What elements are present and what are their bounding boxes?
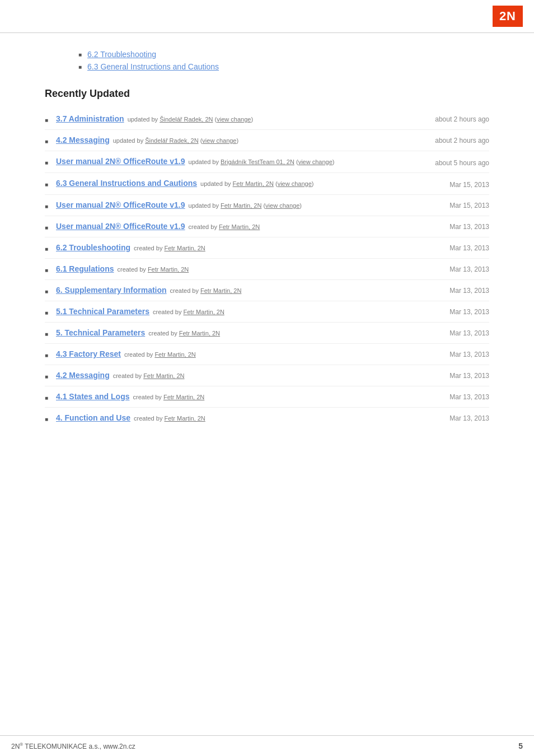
time-below: Mar 15, 2013 [416,181,489,189]
update-item-link[interactable]: 4.3 Factory Reset [56,349,121,358]
author-link[interactable]: Fetr Martin, 2N [219,223,260,230]
update-item-link[interactable]: User manual 2N® OfficeRoute v1.9 [56,222,185,231]
author-link[interactable]: Fetr Martin, 2N [183,309,224,315]
view-change-link[interactable]: view change [265,202,299,209]
list-item: 6.2 Troubleshooting [78,50,489,59]
update-list: 3.7 Administrationupdated by Šindelář Ra… [45,109,489,428]
update-item-time: Mar 13, 2013 [416,222,489,231]
update-item-link[interactable]: 6. Supplementary Information [56,286,167,295]
update-item-meta: created by Fetr Martin, 2N [124,351,196,358]
update-item-link[interactable]: 4.1 States and Logs [56,392,129,401]
update-item-meta: created by Fetr Martin, 2N [134,245,205,251]
view-change-link[interactable]: view change [278,180,312,187]
view-change-link[interactable]: view change [298,158,332,165]
update-item-link[interactable]: 6.2 Troubleshooting [56,243,130,252]
list-item: 6.3 General Instructions and Cautions [78,62,489,71]
list-item: User manual 2N® OfficeRoute v1.9updated … [45,195,489,216]
update-item-link[interactable]: User manual 2N® OfficeRoute v1.9 [56,200,185,209]
list-item: 5.1 Technical Parameterscreated by Fetr … [45,301,489,323]
page-header: 2N [0,0,534,33]
update-item-time: Mar 13, 2013 [416,328,489,337]
page-footer: 2N® TELEKOMUNIKACE a.s., www.2n.cz 5 [0,735,534,756]
update-item-meta: updated by Šindelář Radek, 2N (view chan… [128,116,253,123]
logo: 2N [493,6,523,27]
author-link[interactable]: Fetr Martin, 2N [179,330,220,337]
top-link-general-instructions[interactable]: 6.3 General Instructions and Cautions [87,62,219,71]
update-item-meta: updated by Šindelář Radek, 2N (view chan… [113,137,238,144]
update-item-meta: created by Fetr Martin, 2N [153,309,224,315]
update-item-time: Mar 13, 2013 [416,349,489,358]
list-item: 4.1 States and Logscreated by Fetr Marti… [45,386,489,408]
list-item: 4.3 Factory Resetcreated by Fetr Martin,… [45,344,489,365]
update-item-time: about 2 hours ago [416,114,489,123]
update-item-time: about 2 hours ago [416,136,489,144]
author-link[interactable]: Fetr Martin, 2N [154,351,195,358]
recently-updated-section: Recently Updated 3.7 Administrationupdat… [45,88,489,428]
footer-page-number: 5 [518,741,523,750]
update-item-link[interactable]: 6.1 Regulations [56,264,114,273]
author-link[interactable]: Fetr Martin, 2N [163,394,204,400]
update-item-meta: created by Fetr Martin, 2N [133,394,204,400]
list-item: User manual 2N® OfficeRoute v1.9created … [45,216,489,237]
update-item-meta: created by Fetr Martin, 2N [117,266,189,273]
update-item-link[interactable]: 5.1 Technical Parameters [56,307,149,316]
view-change-link[interactable]: view change [217,116,251,123]
main-content: 6.2 Troubleshooting 6.3 General Instruct… [0,33,534,462]
update-item-time: Mar 15, 2013 [416,179,489,189]
bullet-icon [45,200,56,210]
bullet-icon [45,179,56,188]
author-link[interactable]: Fetr Martin, 2N [164,415,205,422]
top-link-troubleshooting[interactable]: 6.2 Troubleshooting [87,50,156,59]
bullet-icon [45,392,56,402]
update-item-link[interactable]: 4. Function and Use [56,413,130,422]
author-link[interactable]: Fetr Martin, 2N [221,202,261,209]
author-link[interactable]: Brigádník TestTeam 01, 2N [221,158,294,165]
bullet-icon [45,264,56,274]
update-item-meta: created by Fetr Martin, 2N [113,372,185,379]
author-link[interactable]: Šindelář Radek, 2N [145,137,198,144]
bullet-icon [45,114,56,124]
update-item-time: Mar 13, 2013 [416,286,489,295]
bullet-icon [45,328,56,338]
list-item: 5. Technical Parameterscreated by Fetr M… [45,323,489,344]
update-item-time: Mar 13, 2013 [416,392,489,401]
update-item-time: Mar 13, 2013 [416,307,489,316]
author-link[interactable]: Fetr Martin, 2N [200,287,241,294]
bullet-icon [45,157,56,166]
author-link[interactable]: Šindelář Radek, 2N [160,116,213,123]
update-item-meta: created by Fetr Martin, 2N [148,330,220,337]
update-item-meta: created by Fetr Martin, 2N [189,223,260,230]
update-item-link[interactable]: 6.3 General Instructions and Cautions [56,179,197,188]
update-item-link[interactable]: 5. Technical Parameters [56,328,145,337]
update-item-link[interactable]: User manual 2N® OfficeRoute v1.9 [56,157,185,166]
update-item-meta: created by Fetr Martin, 2N [134,415,205,422]
list-item: 3.7 Administrationupdated by Šindelář Ra… [45,109,489,130]
update-item-link[interactable]: 4.2 Messaging [56,136,110,144]
view-change-link[interactable]: view change [202,137,236,144]
list-item: User manual 2N® OfficeRoute v1.9updated … [45,151,489,173]
update-item-time: Mar 13, 2013 [416,243,489,252]
update-item-time: Mar 13, 2013 [416,264,489,273]
update-item-link[interactable]: 3.7 Administration [56,114,124,123]
section-title: Recently Updated [45,88,489,100]
list-item: 6.3 General Instructions and Cautionsupd… [45,173,489,195]
top-link-list: 6.2 Troubleshooting 6.3 General Instruct… [45,50,489,71]
update-item-link[interactable]: 4.2 Messaging [56,371,110,380]
update-item-time: Mar 15, 2013 [416,200,489,209]
footer-company: 2N® TELEKOMUNIKACE a.s., www.2n.cz [11,742,135,750]
bullet-icon [45,307,56,316]
update-item-time: Mar 13, 2013 [416,413,489,422]
list-item: 6.1 Regulationscreated by Fetr Martin, 2… [45,259,489,280]
list-item: 4.2 Messagingcreated by Fetr Martin, 2NM… [45,365,489,386]
author-link[interactable]: Fetr Martin, 2N [143,372,184,379]
bullet-icon [45,286,56,295]
list-item: 4.2 Messagingupdated by Šindelář Radek, … [45,130,489,151]
bullet-icon [45,243,56,253]
bullet-icon [45,349,56,359]
author-link[interactable]: Fetr Martin, 2N [148,266,189,273]
author-link[interactable]: Fetr Martin, 2N [233,180,274,187]
update-item-meta: updated by Fetr Martin, 2N (view change) [200,180,313,187]
author-link[interactable]: Fetr Martin, 2N [164,245,205,251]
list-item: 4. Function and Usecreated by Fetr Marti… [45,408,489,428]
bullet-icon [45,371,56,380]
